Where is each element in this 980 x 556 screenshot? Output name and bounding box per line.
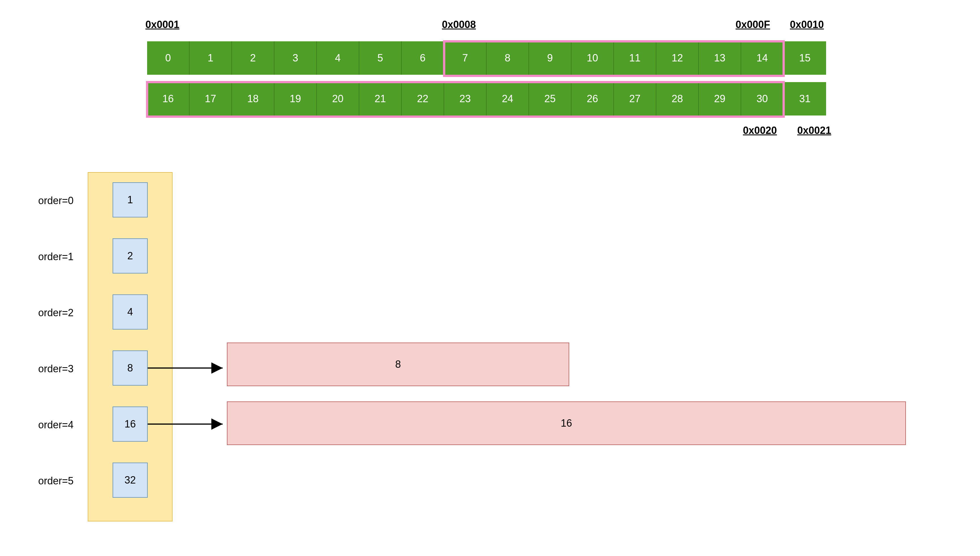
address-label-0x0020: 0x0020 bbox=[743, 124, 777, 136]
order-box-4: 16 bbox=[113, 407, 148, 441]
order-box-1: 2 bbox=[113, 238, 148, 273]
memory-cell: 1 bbox=[190, 41, 232, 75]
memory-cell: 5 bbox=[359, 41, 402, 75]
order-box-5: 32 bbox=[113, 462, 148, 498]
order-label-2: order=2 bbox=[17, 307, 74, 319]
address-label-0x0010: 0x0010 bbox=[790, 19, 824, 31]
memory-cell: 0 bbox=[147, 41, 190, 75]
arrow-order4-to-block16 bbox=[148, 419, 228, 430]
free-block-8: 8 bbox=[227, 343, 569, 386]
address-label-0x0021: 0x0021 bbox=[797, 124, 831, 136]
address-label-0x000F: 0x000F bbox=[735, 19, 770, 31]
arrow-order3-to-block8 bbox=[148, 362, 228, 374]
order-label-5: order=5 bbox=[17, 475, 74, 487]
order-box-3: 8 bbox=[113, 351, 148, 386]
memory-cell: 4 bbox=[317, 41, 359, 75]
highlight-row1-7to14 bbox=[443, 40, 785, 77]
order-label-0: order=0 bbox=[17, 195, 74, 207]
memory-cell: 31 bbox=[784, 82, 826, 115]
address-label-0x0008: 0x0008 bbox=[442, 19, 476, 31]
memory-cell: 2 bbox=[232, 41, 274, 75]
memory-cell: 6 bbox=[402, 41, 444, 75]
highlight-row2-0to14 bbox=[146, 81, 785, 118]
memory-cell: 15 bbox=[784, 41, 826, 75]
free-block-16: 16 bbox=[227, 401, 906, 445]
order-label-4: order=4 bbox=[17, 419, 74, 431]
order-label-3: order=3 bbox=[17, 363, 74, 375]
order-box-0: 1 bbox=[113, 182, 148, 217]
address-label-0x0001: 0x0001 bbox=[145, 19, 179, 31]
order-label-1: order=1 bbox=[17, 251, 74, 263]
order-box-2: 4 bbox=[113, 294, 148, 330]
memory-cell: 3 bbox=[274, 41, 317, 75]
